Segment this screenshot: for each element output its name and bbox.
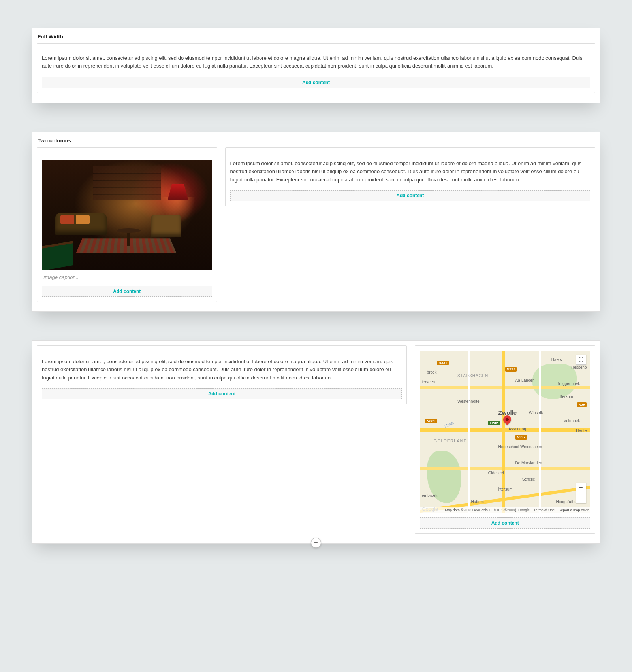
paragraph-text[interactable]: Lorem ipsum dolor sit amet, consectetur … bbox=[230, 153, 590, 190]
content-block-map[interactable]: Zwolle GELDERLAND Haerst Hessenp Aa-Land… bbox=[415, 345, 595, 534]
map-label: Aa-Landen bbox=[515, 378, 535, 383]
section-title: Two columns bbox=[37, 137, 595, 147]
map-label: ernbroek bbox=[422, 493, 437, 498]
content-block[interactable]: Lorem ipsum dolor sit amet, consectetur … bbox=[37, 43, 595, 93]
map-label: Wipstrik bbox=[529, 411, 543, 415]
map-label: STADSHAGEN bbox=[457, 374, 488, 378]
map-fullscreen-button[interactable]: ⛶ bbox=[576, 355, 586, 365]
map-road-badge: N35 bbox=[577, 402, 587, 407]
map-label: Hessenp bbox=[571, 365, 587, 370]
map-label: Bruggenhoek bbox=[557, 381, 580, 386]
map-attribution: Map data ©2018 GeoBasis-DE/BKG (©2009), … bbox=[420, 507, 590, 513]
map-zoom-in-button[interactable]: + bbox=[576, 483, 586, 493]
map-attr-terms[interactable]: Terms of Use bbox=[534, 508, 555, 512]
section-two-thirds: Lorem ipsum dolor sit amet, consectetur … bbox=[32, 340, 600, 544]
map-label: terveen bbox=[422, 380, 435, 384]
add-content-button[interactable]: Add content bbox=[42, 286, 212, 297]
image-caption-placeholder[interactable]: Image caption... bbox=[42, 270, 212, 286]
map-label: broek bbox=[427, 370, 437, 374]
map-label: Oldeneel bbox=[488, 471, 504, 475]
map-road-badge: N331 bbox=[425, 419, 437, 423]
map-label: De Marslanden bbox=[515, 461, 542, 465]
add-content-button[interactable]: Add content bbox=[42, 77, 590, 88]
map-label: Assendorp bbox=[508, 427, 527, 431]
map[interactable]: Zwolle GELDERLAND Haerst Hessenp Aa-Land… bbox=[420, 351, 590, 513]
map-label: Veldhoek bbox=[564, 419, 580, 423]
map-road-badge: N337 bbox=[505, 367, 517, 372]
map-label: Schelle bbox=[522, 477, 535, 481]
paragraph-text[interactable]: Lorem ipsum dolor sit amet, consectetur … bbox=[42, 49, 590, 77]
add-content-button[interactable]: Add content bbox=[230, 190, 590, 201]
map-road-badge: N331 bbox=[437, 361, 449, 365]
map-label: Herfte bbox=[576, 428, 587, 433]
map-label: Berkum bbox=[560, 395, 573, 399]
map-zoom-out-button[interactable]: − bbox=[576, 493, 586, 503]
map-region-label: GELDERLAND bbox=[434, 438, 467, 443]
add-content-button[interactable]: Add content bbox=[42, 388, 402, 399]
content-block-left[interactable]: Image caption... Add content bbox=[37, 147, 217, 302]
map-attr-data: Map data ©2018 GeoBasis-DE/BKG (©2009), … bbox=[445, 508, 530, 512]
content-block-right[interactable]: Lorem ipsum dolor sit amet, consectetur … bbox=[225, 147, 595, 206]
add-content-button[interactable]: Add content bbox=[420, 517, 590, 529]
image-room-interior[interactable] bbox=[42, 160, 212, 270]
map-road-badge: N337 bbox=[515, 435, 527, 440]
map-city-label: Zwolle bbox=[498, 409, 517, 416]
map-label: Haerst bbox=[551, 357, 563, 362]
section-two-columns: Two columns Image caption... Add content… bbox=[32, 132, 600, 312]
map-label: Hattem bbox=[471, 500, 484, 504]
add-section-button[interactable]: + bbox=[311, 538, 321, 548]
paragraph-text[interactable]: Lorem ipsum dolor sit amet, consectetur … bbox=[42, 351, 402, 388]
map-label: Westenholte bbox=[457, 399, 479, 404]
section-full-width: Full Width Lorem ipsum dolor sit amet, c… bbox=[32, 28, 600, 103]
map-label: Hogeschool Windesheim bbox=[498, 445, 542, 449]
map-road-badge: E232 bbox=[488, 421, 500, 425]
map-label: Ittersum bbox=[498, 487, 512, 491]
content-block-left[interactable]: Lorem ipsum dolor sit amet, consectetur … bbox=[37, 345, 407, 404]
section-title: Full Width bbox=[37, 33, 595, 43]
map-attr-report[interactable]: Report a map error bbox=[559, 508, 589, 512]
